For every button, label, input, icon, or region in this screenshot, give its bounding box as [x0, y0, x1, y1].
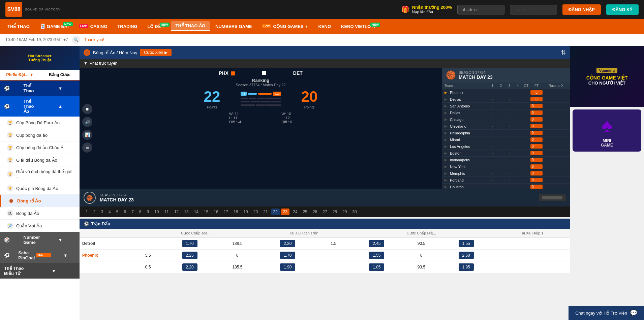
sidebar-item-giai-vo-dich[interactable]: 🏆 Giải vô địch bóng đá thế giới ...: [0, 166, 80, 182]
day-23[interactable]: 23: [281, 209, 289, 215]
mini-game-card[interactable]: ♠ MINI GAME: [573, 109, 641, 152]
sidebar-section-the-thao-ao[interactable]: ⚽ Thể Thao Ảo ▲: [0, 96, 80, 117]
the-thao-ao-icon: ⚽: [4, 104, 22, 109]
day-2[interactable]: 2: [91, 209, 98, 215]
list-button[interactable]: ☰: [82, 142, 92, 153]
play-icon[interactable]: ▶: [444, 91, 450, 94]
season-overlay-text: SEASON 37754 MATCH DAY 23: [100, 193, 134, 202]
sb-header-row: Team 1 2 3 4 OT FT Race to X: [442, 83, 570, 89]
sidebar-item-bong-da[interactable]: ⚽ Bóng đá Ảo: [0, 207, 80, 220]
day-20[interactable]: 20: [251, 209, 260, 215]
sort-icon[interactable]: ⇅: [561, 49, 566, 56]
day-13[interactable]: 13: [182, 209, 190, 215]
odds-btn-row3-6[interactable]: 1.85: [349, 261, 404, 273]
day-11[interactable]: 11: [162, 209, 171, 215]
odds-val-row2-5: [317, 250, 349, 261]
odds-btn-7[interactable]: 1.55: [439, 238, 493, 250]
day-15[interactable]: 15: [202, 209, 210, 215]
chat-button[interactable]: Chat ngay với Hỗ Trợ Viên 💬: [569, 306, 644, 320]
nav-keno[interactable]: KENO: [313, 22, 336, 31]
tab-phieu-dat[interactable]: Phiếu Đặt... ▼: [0, 70, 40, 81]
day-7[interactable]: 7: [129, 209, 136, 215]
day-30[interactable]: 30: [350, 209, 359, 215]
odds-btn-row2-8[interactable]: 2.50: [439, 250, 493, 261]
nav-casino[interactable]: LIVE CASINO: [74, 22, 112, 31]
sidebar-item-quan-vot[interactable]: 🎾 Quần Vợt Ảo: [0, 220, 80, 232]
day-14[interactable]: 14: [192, 209, 201, 215]
username-input[interactable]: [457, 5, 504, 14]
sidebar-section-saba[interactable]: ⚽ Saba PinGoal Mới ▼: [0, 248, 80, 263]
day-25[interactable]: 25: [301, 209, 309, 215]
day-1[interactable]: 1: [84, 209, 90, 215]
odds-btn-5[interactable]: 2.45: [349, 238, 404, 250]
sidebar-item-bong-ro[interactable]: 🏀 Bóng rổ Ảo: [0, 195, 80, 207]
day-28[interactable]: 28: [331, 209, 339, 215]
day-18[interactable]: 18: [232, 209, 240, 215]
nav-keno-vietlott[interactable]: KENO VIETLOTT NEW: [336, 22, 381, 31]
sidebar-item-cup-bong-da[interactable]: 🏆 Cúp bóng đá ảo: [0, 129, 80, 141]
chart-button[interactable]: 📊: [82, 130, 92, 140]
sidebar-item-giai-dau[interactable]: 🏆 Giải đấu Bóng đá Ảo: [0, 154, 80, 166]
odds-btn-row3-4[interactable]: 1.90: [258, 261, 317, 273]
day-strip: 1 2 3 4 5 6 7 8 9 10 11 12 13 14 15 16 1…: [80, 206, 570, 217]
nav-the-thao[interactable]: THỂ THAO: [3, 22, 34, 31]
nav-keno-label: KENO: [318, 24, 331, 29]
day-22[interactable]: 22: [271, 209, 280, 215]
password-input[interactable]: [510, 5, 557, 14]
login-button[interactable]: ĐĂNG NHẬP: [562, 4, 601, 15]
col-cuoc-chap-toa: Cược Chấp Toà...: [133, 229, 258, 238]
day-24[interactable]: 24: [291, 209, 299, 215]
nav-lo-de[interactable]: LÔ ĐỀ ▼ NEW: [143, 22, 170, 31]
day-17[interactable]: 17: [222, 209, 230, 215]
sidebar-item-cup-chau-a[interactable]: 🏆 Cúp bóng đá ảo Châu Á: [0, 141, 80, 154]
day-6[interactable]: 6: [122, 209, 128, 215]
odds-btn-row2-4[interactable]: 1.70: [258, 250, 317, 261]
odds-btn-1[interactable]: 1.70: [162, 238, 217, 250]
odds-btn-row2-2[interactable]: 2.25: [162, 250, 217, 261]
day-3[interactable]: 3: [99, 209, 105, 215]
sidebar-item-quoc-gia[interactable]: 🏆 Quốc gia Bóng đá Ảo: [0, 182, 80, 195]
main-layout: Hot StreamerTướng Thuật Phiếu Đặt... ▼ B…: [0, 46, 644, 320]
day-8[interactable]: 8: [137, 209, 144, 215]
odds-val-row2-3: u: [217, 250, 258, 261]
odds-btn-row3-8[interactable]: 1.95: [439, 261, 493, 273]
day-4[interactable]: 4: [106, 209, 113, 215]
cuoc-xien-button[interactable]: Cược Xiên ▶: [140, 49, 172, 56]
nav-trading[interactable]: TRADING: [113, 22, 142, 31]
sidebar-section-more[interactable]: Thể Thao Điều Tử ▼: [0, 263, 80, 279]
nav-the-thao-ao[interactable]: THỂ THAO ẢO: [171, 21, 210, 31]
search-button[interactable]: 🔍: [72, 36, 80, 44]
sidebar-the-thao-ao-label: Thể Thao Ảo: [24, 99, 41, 114]
sidebar-item-cup-euro[interactable]: 🏆 Cúp Bóng Đá Euro Ảo: [0, 117, 80, 129]
day-12[interactable]: 12: [172, 209, 181, 215]
tab-bang-cuoc[interactable]: Bảng Cược: [40, 70, 80, 80]
volume-button[interactable]: 🔊: [82, 117, 92, 127]
odds-btn-row2-6[interactable]: 1.55: [349, 250, 404, 261]
power-button[interactable]: ⏺: [82, 104, 92, 114]
odds-btn-3[interactable]: 2.20: [258, 238, 317, 250]
odds-btn-row3-2[interactable]: 2.20: [162, 261, 217, 273]
logo-subtitle: SOUND OF VICTORY: [25, 8, 61, 11]
day-19[interactable]: 19: [241, 209, 250, 215]
day-16[interactable]: 16: [212, 209, 220, 215]
cup-euro-icon: 🏆: [7, 119, 13, 126]
day-26[interactable]: 26: [311, 209, 319, 215]
sidebar-section-number-game[interactable]: 🎲 Number Game ▼: [0, 232, 80, 248]
day-10[interactable]: 10: [152, 209, 161, 215]
table-row: ▶ New York ····· 0: [442, 163, 570, 170]
register-button[interactable]: ĐĂNG KÝ: [606, 4, 639, 15]
team-left-label: PHX: [219, 70, 235, 76]
sidebar-section-the-thao[interactable]: ⚽ Thể Thao ▼: [0, 81, 80, 96]
nav-numbers-game[interactable]: NUMBERS GAME: [211, 22, 256, 31]
nav-cong-games[interactable]: HOT CỘNG GAMES ▼: [257, 22, 313, 31]
day-5[interactable]: 5: [114, 209, 121, 215]
day-9[interactable]: 9: [145, 209, 151, 215]
nav-game-bai[interactable]: 🃏 GAME BÀI NEW: [35, 22, 73, 31]
play-icon[interactable]: ▶: [444, 97, 450, 101]
video-header[interactable]: ▼ Phát trực tuyến: [80, 59, 570, 68]
day-21[interactable]: 21: [261, 209, 270, 215]
vgaming-banner: Vgaming CỘNG GAME VIỆT CHO NGƯỜI VIỆT: [570, 46, 644, 107]
day-29[interactable]: 29: [340, 209, 349, 215]
day-27[interactable]: 27: [320, 209, 329, 215]
odds-val-10: [544, 238, 570, 250]
